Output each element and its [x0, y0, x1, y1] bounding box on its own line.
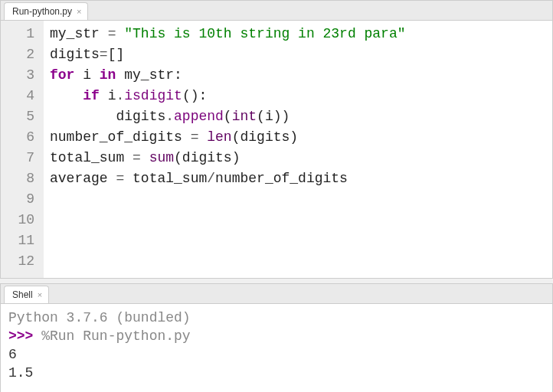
line-number: 4 — [7, 86, 34, 106]
shell-tab-label: Shell — [12, 289, 33, 300]
code-line: my_str = "This is 10th string in 23rd pa… — [50, 24, 546, 44]
line-number: 6 — [7, 127, 34, 148]
editor-tab-bar: Run-python.py × — [1, 1, 552, 21]
code-line: if i.isdigit(): — [50, 86, 546, 106]
line-number: 1 — [7, 24, 34, 44]
code-line: average = total_sum/number_of_digits — [50, 168, 546, 189]
shell-panel: Shell × Python 3.7.6 (bundled)>>> %Run R… — [0, 283, 553, 392]
line-gutter: 1 2 3 4 5 6 7 8 9 10 11 12 — [1, 21, 44, 278]
close-icon[interactable]: × — [38, 290, 42, 299]
code-line: digits=[] — [50, 44, 546, 65]
line-number: 12 — [7, 251, 34, 272]
line-number: 5 — [7, 106, 34, 127]
shell-command: %Run Run-python.py — [41, 328, 190, 344]
line-number: 8 — [7, 168, 34, 189]
code-line: total_sum = sum(digits) — [50, 148, 546, 168]
shell-output-line: 6 — [8, 345, 545, 364]
line-number: 3 — [7, 65, 34, 86]
code-line: number_of_digits = len(digits) — [50, 127, 546, 148]
editor-panel: Run-python.py × 1 2 3 4 5 6 7 8 9 10 11 … — [0, 0, 553, 279]
line-number: 2 — [7, 44, 34, 65]
shell-tab[interactable]: Shell × — [4, 286, 49, 303]
line-number: 10 — [7, 210, 34, 230]
line-number: 9 — [7, 189, 34, 210]
code-line: digits.append(int(i)) — [50, 106, 546, 127]
shell-command-line: >>> %Run Run-python.py — [8, 327, 545, 345]
shell-version: Python 3.7.6 (bundled) — [8, 309, 545, 327]
editor-tab-label: Run-python.py — [12, 6, 72, 17]
close-icon[interactable]: × — [77, 7, 81, 16]
shell-output[interactable]: Python 3.7.6 (bundled)>>> %Run Run-pytho… — [1, 304, 552, 392]
shell-output-line: 1.5 — [8, 364, 545, 382]
code-editor[interactable]: 1 2 3 4 5 6 7 8 9 10 11 12 my_str = "Thi… — [1, 21, 552, 278]
editor-tab[interactable]: Run-python.py × — [4, 2, 88, 20]
line-number: 7 — [7, 148, 34, 168]
line-number: 11 — [7, 230, 34, 251]
shell-tab-bar: Shell × — [1, 284, 552, 304]
code-area[interactable]: my_str = "This is 10th string in 23rd pa… — [44, 21, 552, 278]
code-line: for i in my_str: — [50, 65, 546, 86]
shell-prompt: >>> — [8, 328, 41, 344]
